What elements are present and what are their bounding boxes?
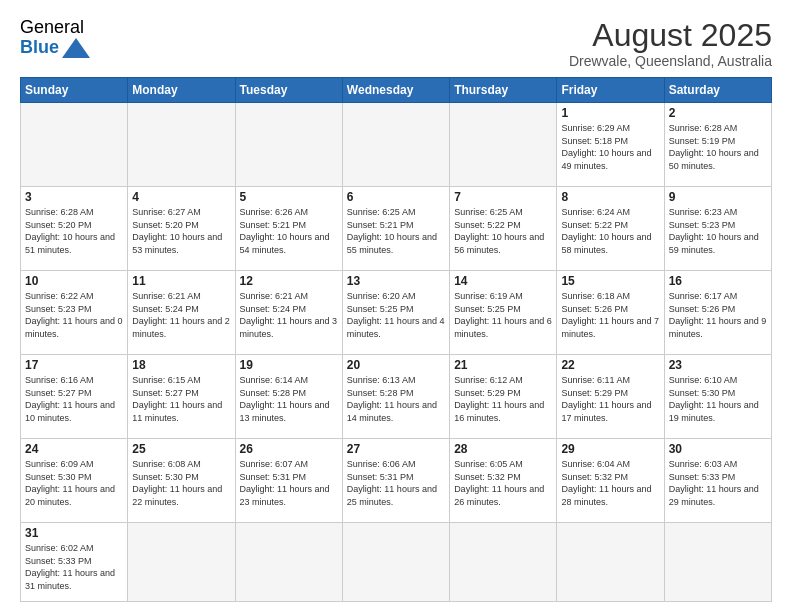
calendar-cell: 18Sunrise: 6:15 AM Sunset: 5:27 PM Dayli… — [128, 355, 235, 439]
calendar-cell: 17Sunrise: 6:16 AM Sunset: 5:27 PM Dayli… — [21, 355, 128, 439]
day-number: 27 — [347, 442, 445, 456]
day-number: 8 — [561, 190, 659, 204]
day-number: 5 — [240, 190, 338, 204]
calendar-cell — [557, 522, 664, 601]
calendar-cell: 4Sunrise: 6:27 AM Sunset: 5:20 PM Daylig… — [128, 187, 235, 271]
calendar-cell: 9Sunrise: 6:23 AM Sunset: 5:23 PM Daylig… — [664, 187, 771, 271]
week-row-1: 1Sunrise: 6:29 AM Sunset: 5:18 PM Daylig… — [21, 103, 772, 187]
day-number: 15 — [561, 274, 659, 288]
title-section: August 2025 Drewvale, Queensland, Austra… — [569, 18, 772, 69]
calendar-cell: 21Sunrise: 6:12 AM Sunset: 5:29 PM Dayli… — [450, 355, 557, 439]
day-number: 2 — [669, 106, 767, 120]
week-row-5: 24Sunrise: 6:09 AM Sunset: 5:30 PM Dayli… — [21, 439, 772, 523]
weekday-header-thursday: Thursday — [450, 78, 557, 103]
calendar-cell: 1Sunrise: 6:29 AM Sunset: 5:18 PM Daylig… — [557, 103, 664, 187]
day-info: Sunrise: 6:29 AM Sunset: 5:18 PM Dayligh… — [561, 122, 659, 172]
calendar-cell: 28Sunrise: 6:05 AM Sunset: 5:32 PM Dayli… — [450, 439, 557, 523]
day-info: Sunrise: 6:05 AM Sunset: 5:32 PM Dayligh… — [454, 458, 552, 508]
day-info: Sunrise: 6:21 AM Sunset: 5:24 PM Dayligh… — [132, 290, 230, 340]
day-info: Sunrise: 6:09 AM Sunset: 5:30 PM Dayligh… — [25, 458, 123, 508]
calendar-cell — [21, 103, 128, 187]
day-number: 24 — [25, 442, 123, 456]
week-row-4: 17Sunrise: 6:16 AM Sunset: 5:27 PM Dayli… — [21, 355, 772, 439]
calendar-cell — [450, 522, 557, 601]
day-number: 31 — [25, 526, 123, 540]
calendar-cell — [235, 103, 342, 187]
day-info: Sunrise: 6:23 AM Sunset: 5:23 PM Dayligh… — [669, 206, 767, 256]
day-info: Sunrise: 6:26 AM Sunset: 5:21 PM Dayligh… — [240, 206, 338, 256]
day-number: 7 — [454, 190, 552, 204]
calendar-cell — [342, 103, 449, 187]
day-number: 17 — [25, 358, 123, 372]
day-number: 16 — [669, 274, 767, 288]
day-number: 29 — [561, 442, 659, 456]
week-row-2: 3Sunrise: 6:28 AM Sunset: 5:20 PM Daylig… — [21, 187, 772, 271]
calendar: SundayMondayTuesdayWednesdayThursdayFrid… — [20, 77, 772, 602]
day-info: Sunrise: 6:15 AM Sunset: 5:27 PM Dayligh… — [132, 374, 230, 424]
day-info: Sunrise: 6:25 AM Sunset: 5:22 PM Dayligh… — [454, 206, 552, 256]
logo-text: General Blue — [20, 18, 90, 58]
day-number: 23 — [669, 358, 767, 372]
weekday-header-wednesday: Wednesday — [342, 78, 449, 103]
calendar-cell: 27Sunrise: 6:06 AM Sunset: 5:31 PM Dayli… — [342, 439, 449, 523]
day-info: Sunrise: 6:06 AM Sunset: 5:31 PM Dayligh… — [347, 458, 445, 508]
day-number: 14 — [454, 274, 552, 288]
day-info: Sunrise: 6:08 AM Sunset: 5:30 PM Dayligh… — [132, 458, 230, 508]
week-row-6: 31Sunrise: 6:02 AM Sunset: 5:33 PM Dayli… — [21, 522, 772, 601]
calendar-cell: 25Sunrise: 6:08 AM Sunset: 5:30 PM Dayli… — [128, 439, 235, 523]
day-info: Sunrise: 6:22 AM Sunset: 5:23 PM Dayligh… — [25, 290, 123, 340]
calendar-cell: 29Sunrise: 6:04 AM Sunset: 5:32 PM Dayli… — [557, 439, 664, 523]
calendar-cell: 5Sunrise: 6:26 AM Sunset: 5:21 PM Daylig… — [235, 187, 342, 271]
calendar-cell: 13Sunrise: 6:20 AM Sunset: 5:25 PM Dayli… — [342, 271, 449, 355]
day-info: Sunrise: 6:18 AM Sunset: 5:26 PM Dayligh… — [561, 290, 659, 340]
day-number: 12 — [240, 274, 338, 288]
day-info: Sunrise: 6:27 AM Sunset: 5:20 PM Dayligh… — [132, 206, 230, 256]
day-number: 11 — [132, 274, 230, 288]
svg-marker-0 — [62, 38, 90, 58]
day-info: Sunrise: 6:02 AM Sunset: 5:33 PM Dayligh… — [25, 542, 123, 592]
day-info: Sunrise: 6:19 AM Sunset: 5:25 PM Dayligh… — [454, 290, 552, 340]
calendar-cell — [450, 103, 557, 187]
day-info: Sunrise: 6:20 AM Sunset: 5:25 PM Dayligh… — [347, 290, 445, 340]
calendar-cell: 14Sunrise: 6:19 AM Sunset: 5:25 PM Dayli… — [450, 271, 557, 355]
day-number: 13 — [347, 274, 445, 288]
weekday-header-saturday: Saturday — [664, 78, 771, 103]
calendar-cell: 19Sunrise: 6:14 AM Sunset: 5:28 PM Dayli… — [235, 355, 342, 439]
calendar-cell: 6Sunrise: 6:25 AM Sunset: 5:21 PM Daylig… — [342, 187, 449, 271]
day-info: Sunrise: 6:10 AM Sunset: 5:30 PM Dayligh… — [669, 374, 767, 424]
calendar-cell: 15Sunrise: 6:18 AM Sunset: 5:26 PM Dayli… — [557, 271, 664, 355]
day-info: Sunrise: 6:11 AM Sunset: 5:29 PM Dayligh… — [561, 374, 659, 424]
day-number: 3 — [25, 190, 123, 204]
weekday-header-row: SundayMondayTuesdayWednesdayThursdayFrid… — [21, 78, 772, 103]
day-number: 18 — [132, 358, 230, 372]
day-number: 30 — [669, 442, 767, 456]
calendar-cell: 8Sunrise: 6:24 AM Sunset: 5:22 PM Daylig… — [557, 187, 664, 271]
calendar-cell — [342, 522, 449, 601]
calendar-cell: 30Sunrise: 6:03 AM Sunset: 5:33 PM Dayli… — [664, 439, 771, 523]
day-info: Sunrise: 6:28 AM Sunset: 5:19 PM Dayligh… — [669, 122, 767, 172]
calendar-cell: 22Sunrise: 6:11 AM Sunset: 5:29 PM Dayli… — [557, 355, 664, 439]
calendar-cell: 3Sunrise: 6:28 AM Sunset: 5:20 PM Daylig… — [21, 187, 128, 271]
calendar-cell: 26Sunrise: 6:07 AM Sunset: 5:31 PM Dayli… — [235, 439, 342, 523]
day-number: 9 — [669, 190, 767, 204]
day-number: 28 — [454, 442, 552, 456]
day-number: 20 — [347, 358, 445, 372]
day-info: Sunrise: 6:24 AM Sunset: 5:22 PM Dayligh… — [561, 206, 659, 256]
calendar-cell: 2Sunrise: 6:28 AM Sunset: 5:19 PM Daylig… — [664, 103, 771, 187]
day-number: 10 — [25, 274, 123, 288]
logo-icon — [62, 38, 90, 58]
calendar-cell: 10Sunrise: 6:22 AM Sunset: 5:23 PM Dayli… — [21, 271, 128, 355]
day-info: Sunrise: 6:21 AM Sunset: 5:24 PM Dayligh… — [240, 290, 338, 340]
calendar-cell: 16Sunrise: 6:17 AM Sunset: 5:26 PM Dayli… — [664, 271, 771, 355]
day-number: 26 — [240, 442, 338, 456]
calendar-cell: 11Sunrise: 6:21 AM Sunset: 5:24 PM Dayli… — [128, 271, 235, 355]
calendar-cell: 23Sunrise: 6:10 AM Sunset: 5:30 PM Dayli… — [664, 355, 771, 439]
weekday-header-tuesday: Tuesday — [235, 78, 342, 103]
calendar-cell — [235, 522, 342, 601]
weekday-header-friday: Friday — [557, 78, 664, 103]
day-number: 25 — [132, 442, 230, 456]
day-number: 21 — [454, 358, 552, 372]
day-info: Sunrise: 6:07 AM Sunset: 5:31 PM Dayligh… — [240, 458, 338, 508]
day-info: Sunrise: 6:12 AM Sunset: 5:29 PM Dayligh… — [454, 374, 552, 424]
day-number: 6 — [347, 190, 445, 204]
